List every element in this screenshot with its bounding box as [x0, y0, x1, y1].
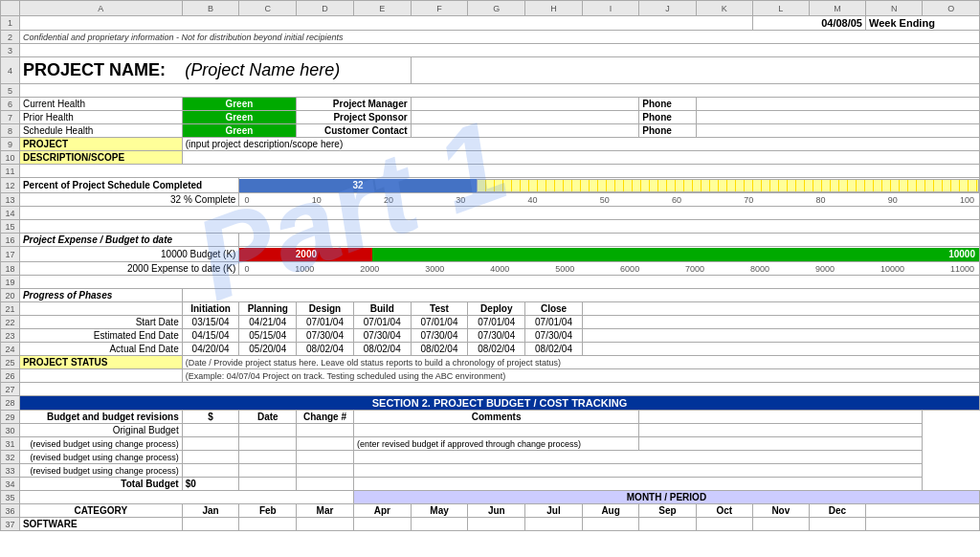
status-line1: (Date / Provide project status here. Lea…: [182, 356, 979, 369]
empty-4: [411, 57, 979, 84]
empty-24: [582, 343, 979, 356]
phase-design: Design: [297, 302, 354, 316]
actual-close: 08/02/04: [525, 343, 583, 356]
row-15: 15: [1, 220, 20, 234]
orig-budget-change: [297, 424, 354, 437]
row-34: 34: [1, 478, 20, 491]
corner-cell: [1, 1, 20, 16]
schedule-blue-bar: 32: [239, 179, 476, 192]
col-l: L: [752, 1, 809, 16]
empty-34c: [353, 478, 923, 491]
month-feb: Feb: [239, 504, 297, 518]
project-name-value: (Project Name here): [182, 57, 411, 84]
revised-3-label: (revised budget using change process): [19, 464, 182, 478]
budget-col-1: Budget and budget revisions: [19, 411, 182, 424]
phase-test: Test: [411, 302, 468, 316]
empty-34b: [297, 478, 354, 491]
sw-may: [411, 518, 468, 531]
phase-build: Build: [353, 302, 411, 316]
phases-title: Progress of Phases: [19, 289, 182, 302]
revised-1-dollar: [182, 437, 239, 451]
customer-label: Customer Contact: [297, 124, 412, 138]
row-26: 26: [1, 369, 20, 383]
expense-label: 2000 Expense to date (K): [19, 262, 238, 276]
empty-36: [866, 504, 980, 518]
col-k: K: [696, 1, 752, 16]
revised-2-date: [239, 451, 297, 464]
month-oct: Oct: [696, 504, 752, 518]
empty-16: [239, 234, 980, 247]
row-1: 1: [1, 16, 20, 31]
row-29: 29: [1, 411, 20, 424]
row-4: 4: [1, 57, 20, 84]
empty-32: [353, 451, 923, 464]
month-sep: Sep: [639, 504, 696, 518]
row-36: 36: [1, 504, 20, 518]
est-end-label: Estimated End Date: [19, 329, 182, 343]
row-7: 7: [1, 111, 20, 124]
month-jul: Jul: [525, 504, 583, 518]
row-12: 12: [1, 178, 20, 193]
empty-26: [19, 369, 182, 383]
actual-deploy: 08/02/04: [468, 343, 525, 356]
phone-label-3: Phone: [639, 124, 696, 138]
row-16: 16: [1, 234, 20, 247]
row-3: 3: [1, 44, 20, 57]
week-ending-label: Week Ending: [866, 16, 980, 31]
empty-37: [866, 518, 980, 531]
col-b: B: [182, 1, 239, 16]
row-27: 27: [1, 383, 20, 396]
total-budget-label: Total Budget: [19, 478, 182, 491]
category-label: CATEGORY: [19, 504, 182, 518]
phone-label-1: Phone: [639, 98, 696, 111]
sw-nov: [752, 518, 809, 531]
start-close: 07/01/04: [525, 316, 583, 329]
phone-value-3: [696, 124, 979, 138]
schedule-health-value: Green: [182, 124, 296, 138]
expense-bar: 2000: [239, 248, 372, 261]
row-14: 14: [1, 207, 20, 220]
row-10: 10: [1, 151, 20, 165]
empty-35: [19, 491, 353, 504]
month-may: May: [411, 504, 468, 518]
empty-19: [19, 276, 979, 289]
schedule-remaining-bar: [477, 179, 979, 192]
month-mar: Mar: [297, 504, 354, 518]
col-h: H: [525, 1, 583, 16]
empty-29: [639, 411, 923, 424]
main-table: A B C D E F G H I J K L M N O 1 04/08/05…: [0, 0, 980, 531]
project-name-label: PROJECT NAME:: [19, 57, 182, 84]
col-c: C: [239, 1, 297, 16]
col-j: J: [639, 1, 696, 16]
empty-3: [19, 44, 979, 57]
est-plan: 05/15/04: [239, 329, 297, 343]
row-2: 2: [1, 31, 20, 44]
phase-close: Close: [525, 302, 583, 316]
est-build: 07/30/04: [353, 329, 411, 343]
est-deploy: 07/30/04: [468, 329, 525, 343]
empty-34a: [239, 478, 297, 491]
proj-desc-label-2: DESCRIPTION/SCOPE: [19, 151, 182, 165]
percent-complete: 32 % Complete: [19, 193, 238, 207]
sw-apr: [353, 518, 411, 531]
empty-22: [582, 316, 979, 329]
budget-bar-cell: 2000 10000: [239, 247, 980, 262]
col-o: O: [923, 1, 980, 16]
date-display: 04/08/05: [752, 16, 865, 31]
status-label: PROJECT STATUS: [19, 356, 182, 369]
col-n: N: [866, 1, 923, 16]
row-31: 31: [1, 437, 20, 451]
month-dec: Dec: [809, 504, 865, 518]
start-init: 03/15/04: [182, 316, 239, 329]
actual-end-label: Actual End Date: [19, 343, 182, 356]
est-init: 04/15/04: [182, 329, 239, 343]
budget-col-5: Comments: [353, 411, 638, 424]
empty-1: [19, 16, 752, 31]
section2-header: SECTION 2. PROJECT BUDGET / COST TRACKIN…: [19, 396, 979, 411]
actual-build: 08/02/04: [353, 343, 411, 356]
revised-1-comments: (enter revised budget if approved throug…: [353, 437, 638, 451]
pm-value: [411, 98, 639, 111]
sponsor-value: [411, 111, 639, 124]
start-plan: 04/21/04: [239, 316, 297, 329]
spreadsheet: Part 1 A B C D: [0, 0, 980, 557]
